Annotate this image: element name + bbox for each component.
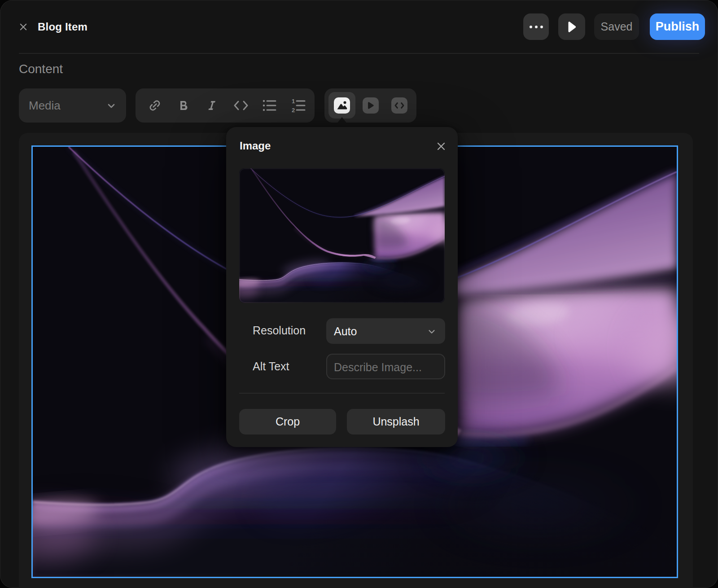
svg-text:2: 2 (292, 107, 295, 113)
svg-text:1: 1 (292, 98, 295, 105)
